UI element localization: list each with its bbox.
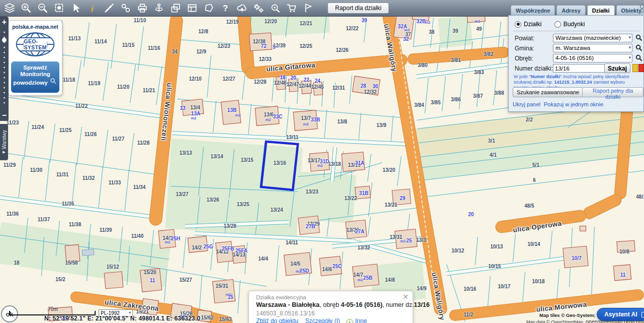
red-swatch[interactable] xyxy=(638,64,644,72)
parcel-label: 15/62 xyxy=(201,315,213,320)
report-parcel-button[interactable]: Raport dla działki xyxy=(328,3,389,14)
parcel-label: 12/44 xyxy=(298,83,311,89)
copy-window-icon[interactable] xyxy=(169,2,182,15)
cart-icon[interactable] xyxy=(285,2,298,15)
parcel-label: 13/8 xyxy=(337,119,347,124)
parcel-label: 12/46 xyxy=(274,80,286,86)
parcel-boundary xyxy=(199,275,202,308)
parcel-boundary xyxy=(111,24,117,69)
osm-attribution: Map data © OpenStreetMap, xyxy=(526,319,586,323)
pointer-icon[interactable] xyxy=(69,2,83,15)
gmina-value: m. Warszawa xyxy=(555,45,590,51)
cloud-upload-icon[interactable] xyxy=(235,2,249,15)
parcel-label: 11/38 xyxy=(69,222,81,227)
parcel-label: 14/5 xyxy=(290,261,300,267)
e-mapa-app: 11/1012/812/1912/2012/2112/2211/1311/141… xyxy=(0,0,644,323)
zoom-in-control[interactable]: + xyxy=(0,18,9,27)
parcel-boundary xyxy=(103,62,109,101)
szukaj-button[interactable]: Szukaj xyxy=(604,63,630,73)
help-icon[interactable]: ? xyxy=(219,2,232,15)
parcel-boundary xyxy=(138,26,144,71)
parcel-label: 13/20 xyxy=(382,167,395,173)
building-label: 39 xyxy=(361,18,367,23)
parcel-label: 14/7 xyxy=(353,272,363,278)
parcel-boundary xyxy=(183,237,186,268)
advanced-search-button[interactable]: Szukanie zaawansowane xyxy=(513,87,583,97)
parcel-label: 11/20 xyxy=(117,84,129,90)
add-icon[interactable]: + xyxy=(346,319,353,323)
obreb-select[interactable]: 4-05-16 (0516)▾ xyxy=(553,54,632,62)
hide-panel-link[interactable]: Ukryj panel xyxy=(513,101,540,107)
close-icon[interactable]: ✕ xyxy=(403,293,409,301)
search-icon[interactable] xyxy=(635,44,642,53)
yellow-swatch[interactable] xyxy=(632,64,638,72)
zoom-slider[interactable]: + − xyxy=(0,17,9,121)
parcel-label: 10/17 xyxy=(498,284,510,289)
anchor-icon[interactable] xyxy=(152,2,166,15)
parcel-boundary xyxy=(71,163,76,207)
full-report-button[interactable]: Raport pełny dla działki xyxy=(582,87,643,97)
parcel-label: 12/9 xyxy=(196,49,206,54)
area-unit-label: m2 xyxy=(425,20,431,25)
search-preview-icon[interactable] xyxy=(269,2,282,15)
zoom-in-icon[interactable] xyxy=(20,2,33,15)
zoom-handle[interactable] xyxy=(2,38,7,42)
parcel-label: 12/32 xyxy=(364,89,376,95)
building-label: 25G xyxy=(204,244,213,249)
parcel-label: 11/40 xyxy=(131,233,143,239)
building-label: 25H xyxy=(171,236,180,241)
flood-monitoring-button[interactable]: Sprawdź Monitoring powodziowy xyxy=(11,61,59,93)
building-label: 10/7 xyxy=(572,255,581,261)
zoom-out-control[interactable]: − xyxy=(0,111,9,120)
parcel-label: 11/30 xyxy=(30,167,42,173)
settings-icon[interactable] xyxy=(252,2,265,15)
radio-budynki[interactable]: Budynki xyxy=(554,21,585,28)
polygon-icon[interactable] xyxy=(202,2,215,15)
warning-flag-icon[interactable] xyxy=(302,2,315,15)
geo-system-logo-card[interactable]: polska.e-mapa.net GEO-SYSTEM Sprawdź Mon… xyxy=(8,20,62,96)
measure-icon[interactable] xyxy=(103,2,116,15)
parcel-label: 13/22 xyxy=(344,196,357,201)
powiat-select[interactable]: Warszawa (mazowieckie)▾ xyxy=(553,34,632,42)
globe-icon: GEO-SYSTEM xyxy=(12,31,58,57)
radio-dzialki[interactable]: Działki xyxy=(515,21,541,28)
parcel-label: 12/33 xyxy=(259,56,271,62)
search-icon[interactable] xyxy=(635,54,642,63)
zoom-extent-icon[interactable] xyxy=(53,2,66,15)
search-icon[interactable] xyxy=(635,34,642,43)
parcel-label: 12/22 xyxy=(346,26,358,31)
print-icon[interactable] xyxy=(136,2,149,15)
layers-icon[interactable] xyxy=(3,2,16,15)
ai-assistant-button[interactable]: Asystent AI xyxy=(597,308,644,321)
layers-panel-tab[interactable]: Warstwy ▶ xyxy=(0,124,8,160)
info-icon[interactable]: i xyxy=(86,2,99,15)
parcel-label: 13/11 xyxy=(286,135,298,140)
area-unit-label: m2 xyxy=(296,269,301,274)
parcel-label: 3/80 xyxy=(418,62,427,68)
parcel-label: 10/18 xyxy=(532,279,544,284)
layout-icon[interactable] xyxy=(186,2,199,15)
parcel-label: 15/58 xyxy=(65,260,77,266)
layers-tab-label: Warstwy xyxy=(2,130,7,149)
other-link[interactable]: Inne xyxy=(355,317,367,323)
area-unit-label: m2 xyxy=(226,292,231,297)
parcel-label: 13/3 xyxy=(416,237,426,243)
link-icon[interactable] xyxy=(119,2,132,15)
parcel-label: 13/4 xyxy=(190,105,200,110)
parcel-number-input[interactable] xyxy=(553,64,605,73)
parcel-label: 11/10 xyxy=(134,18,146,23)
gmina-select[interactable]: m. Warszawa▾ xyxy=(553,44,632,52)
parcel-label: 48/1 xyxy=(636,194,644,200)
popup-sep: , numer dz. xyxy=(382,301,414,308)
single-window-link[interactable]: Pokazuj w jednym oknie xyxy=(544,101,603,107)
parcel-boundary xyxy=(349,76,352,104)
details-link[interactable]: Szczegóły (I) xyxy=(305,317,340,323)
tab-wspolrzedne[interactable]: Współrzędne xyxy=(511,5,555,15)
parcel-label: 3/82 xyxy=(484,51,493,57)
popup-parcel-number: 13/16 xyxy=(414,301,430,308)
zoom-to-object-link[interactable]: Zbliż do obiektu xyxy=(256,317,298,323)
tab-dzialki[interactable]: Działki xyxy=(587,5,615,15)
zoom-out-icon[interactable] xyxy=(36,2,49,15)
parcel-label: 11/22 xyxy=(75,103,88,109)
tab-adresy[interactable]: Adresy xyxy=(556,5,585,15)
